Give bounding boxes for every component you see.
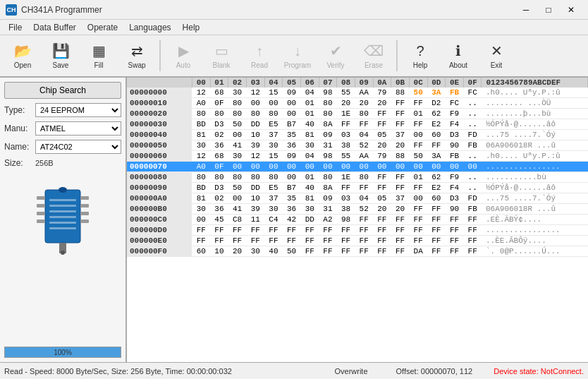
- hex-byte-cell[interactable]: FF: [409, 119, 427, 130]
- hex-byte-cell[interactable]: 80: [228, 98, 247, 109]
- hex-byte-cell[interactable]: 00: [228, 193, 247, 204]
- hex-byte-cell[interactable]: DD: [246, 119, 264, 130]
- hex-byte-cell[interactable]: FF: [264, 236, 283, 246]
- hex-byte-cell[interactable]: FF: [391, 172, 410, 183]
- hex-byte-cell[interactable]: 35: [283, 193, 301, 204]
- hex-byte-cell[interactable]: 88: [391, 151, 410, 162]
- hex-byte-cell[interactable]: 80: [192, 109, 210, 119]
- hex-byte-cell[interactable]: 00: [192, 215, 210, 225]
- hex-byte-cell[interactable]: 30: [228, 151, 247, 162]
- swap-button[interactable]: ⇄Swap: [118, 37, 155, 74]
- hex-byte-cell[interactable]: FF: [446, 236, 464, 246]
- hex-byte-cell[interactable]: FF: [463, 225, 482, 236]
- hex-byte-cell[interactable]: 05: [373, 193, 391, 204]
- hex-byte-cell[interactable]: 62: [427, 172, 446, 183]
- hex-byte-cell[interactable]: 80: [264, 172, 283, 183]
- hex-byte-cell[interactable]: ..: [463, 119, 482, 130]
- hex-byte-cell[interactable]: FF: [427, 215, 446, 225]
- hex-byte-cell[interactable]: FF: [373, 119, 391, 130]
- hex-byte-cell[interactable]: 80: [246, 109, 264, 119]
- table-row[interactable]: 0000002080808080800001801E80FFFF0162F9..…: [127, 109, 588, 119]
- hex-byte-cell[interactable]: 3A: [427, 88, 446, 98]
- hex-byte-cell[interactable]: FF: [391, 236, 410, 246]
- hex-byte-cell[interactable]: FF: [373, 236, 391, 246]
- hex-byte-cell[interactable]: 04: [355, 130, 373, 140]
- hex-byte-cell[interactable]: FF: [391, 98, 410, 109]
- hex-byte-cell[interactable]: 52: [355, 140, 373, 151]
- hex-byte-cell[interactable]: D3: [210, 183, 228, 193]
- close-button[interactable]: ✕: [560, 3, 582, 17]
- hex-byte-cell[interactable]: FF: [355, 246, 373, 257]
- hex-byte-cell[interactable]: 09: [319, 193, 337, 204]
- hex-byte-cell[interactable]: FD: [463, 130, 482, 140]
- hex-byte-cell[interactable]: AA: [355, 88, 373, 98]
- hex-byte-cell[interactable]: 00: [246, 162, 264, 172]
- hex-byte-cell[interactable]: 00: [319, 162, 337, 172]
- hex-byte-cell[interactable]: 12: [246, 88, 264, 98]
- hex-byte-cell[interactable]: FF: [319, 236, 337, 246]
- hex-byte-cell[interactable]: 35: [283, 130, 301, 140]
- hex-byte-cell[interactable]: 00: [283, 162, 301, 172]
- hex-byte-cell[interactable]: FF: [337, 236, 355, 246]
- hex-byte-cell[interactable]: 41: [228, 204, 247, 215]
- hex-byte-cell[interactable]: 01: [300, 98, 319, 109]
- hex-byte-cell[interactable]: FF: [300, 236, 319, 246]
- table-row[interactable]: 0000008080808080800001801E80FFFF0162F9..…: [127, 172, 588, 183]
- hex-byte-cell[interactable]: 80: [264, 109, 283, 119]
- hex-byte-cell[interactable]: 30: [264, 204, 283, 215]
- hex-byte-cell[interactable]: 04: [300, 88, 319, 98]
- hex-byte-cell[interactable]: FF: [409, 225, 427, 236]
- hex-byte-cell[interactable]: 38: [337, 140, 355, 151]
- hex-byte-cell[interactable]: DD: [300, 215, 319, 225]
- hex-byte-cell[interactable]: FF: [409, 236, 427, 246]
- hex-byte-cell[interactable]: 20: [337, 98, 355, 109]
- hex-byte-cell[interactable]: FF: [192, 225, 210, 236]
- hex-byte-cell[interactable]: ..: [463, 183, 482, 193]
- about-button[interactable]: ℹAbout: [440, 37, 477, 74]
- table-row[interactable]: 00000030BDD350DDE5B7408AFFFFFFFFFFE2F4..…: [127, 119, 588, 130]
- hex-byte-cell[interactable]: 80: [355, 172, 373, 183]
- hex-byte-cell[interactable]: 20: [373, 98, 391, 109]
- hex-byte-cell[interactable]: C8: [228, 215, 247, 225]
- hex-byte-cell[interactable]: FF: [427, 246, 446, 257]
- table-row[interactable]: 000000E0FFFFFFFFFFFFFFFFFFFFFFFFFFFFFFFF…: [127, 236, 588, 246]
- hex-byte-cell[interactable]: A2: [319, 215, 337, 225]
- table-row[interactable]: 000000408102001037358109030405370060D3FD…: [127, 130, 588, 140]
- hex-byte-cell[interactable]: ..: [463, 109, 482, 119]
- hex-byte-cell[interactable]: 3A: [427, 151, 446, 162]
- hex-byte-cell[interactable]: 01: [300, 172, 319, 183]
- hex-byte-cell[interactable]: 03: [337, 130, 355, 140]
- hex-byte-cell[interactable]: 10: [246, 130, 264, 140]
- hex-byte-cell[interactable]: 00: [264, 98, 283, 109]
- hex-byte-cell[interactable]: 80: [246, 172, 264, 183]
- hex-byte-cell[interactable]: 68: [210, 151, 228, 162]
- hex-byte-cell[interactable]: E2: [427, 119, 446, 130]
- hex-byte-cell[interactable]: FF: [427, 236, 446, 246]
- hex-byte-cell[interactable]: 00: [246, 98, 264, 109]
- hex-byte-cell[interactable]: FC: [463, 88, 482, 98]
- hex-byte-cell[interactable]: FC: [446, 98, 464, 109]
- hex-byte-cell[interactable]: FF: [210, 236, 228, 246]
- open-button[interactable]: 📂Open: [4, 37, 41, 74]
- hex-byte-cell[interactable]: 00: [283, 98, 301, 109]
- hex-byte-cell[interactable]: FF: [337, 119, 355, 130]
- hex-byte-cell[interactable]: 98: [337, 215, 355, 225]
- hex-byte-cell[interactable]: 15: [264, 88, 283, 98]
- hex-byte-cell[interactable]: FF: [427, 140, 446, 151]
- hex-byte-cell[interactable]: 1E: [337, 109, 355, 119]
- hex-byte-cell[interactable]: E2: [427, 183, 446, 193]
- name-select[interactable]: AT24C02: [35, 140, 121, 154]
- hex-byte-cell[interactable]: 36: [283, 204, 301, 215]
- hex-byte-cell[interactable]: 00: [446, 162, 464, 172]
- hex-byte-cell[interactable]: ..: [463, 172, 482, 183]
- hex-byte-cell[interactable]: D3: [446, 193, 464, 204]
- hex-byte-cell[interactable]: F4: [446, 119, 464, 130]
- hex-byte-cell[interactable]: 12: [246, 151, 264, 162]
- hex-byte-cell[interactable]: 20: [355, 98, 373, 109]
- hex-byte-cell[interactable]: FF: [463, 246, 482, 257]
- hex-byte-cell[interactable]: FF: [264, 225, 283, 236]
- hex-byte-cell[interactable]: FF: [409, 140, 427, 151]
- hex-byte-cell[interactable]: FF: [409, 98, 427, 109]
- hex-byte-cell[interactable]: FF: [391, 109, 410, 119]
- table-row[interactable]: 000000B0303641393036303138522020FFFF90FB…: [127, 204, 588, 215]
